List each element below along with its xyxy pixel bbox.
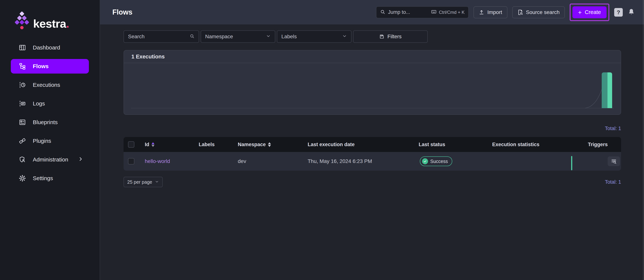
sidebar-item-label: Plugins bbox=[33, 138, 51, 144]
settings-icon bbox=[18, 174, 26, 182]
sort-icon[interactable] bbox=[152, 142, 154, 147]
search-icon bbox=[190, 34, 194, 39]
main-area: Flows Jump to... Ctrl/Cmd + K Import bbox=[100, 0, 644, 280]
keyboard-icon bbox=[431, 9, 436, 16]
kestra-logo[interactable]: kestra. bbox=[0, 0, 100, 40]
sidebar: kestra. Dashboard Flows Executions Logs bbox=[0, 0, 100, 280]
jump-to-placeholder: Jump to... bbox=[388, 9, 410, 15]
row-checkbox[interactable] bbox=[128, 158, 134, 165]
sidebar-item-dashboard[interactable]: Dashboard bbox=[11, 40, 89, 55]
labels-select[interactable]: Labels bbox=[277, 30, 352, 43]
executions-count-title: 1 Executions bbox=[131, 54, 165, 60]
save-icon bbox=[379, 34, 384, 39]
chevron-down-icon bbox=[266, 34, 271, 40]
file-search-icon bbox=[518, 10, 523, 15]
column-header-id[interactable]: Id bbox=[139, 142, 191, 148]
sidebar-item-label: Dashboard bbox=[33, 44, 60, 51]
namespace-select[interactable]: Namespace bbox=[201, 30, 275, 43]
row-id-cell: hello-world bbox=[139, 158, 191, 164]
column-header-last-execution-date: Last execution date bbox=[302, 142, 407, 148]
executions-icon bbox=[18, 81, 26, 89]
executions-panel-header: 1 Executions bbox=[124, 50, 621, 63]
sidebar-nav: Dashboard Flows Executions Logs Blueprin… bbox=[0, 40, 100, 190]
filters-button[interactable]: Filters bbox=[353, 30, 428, 43]
administration-icon bbox=[18, 156, 26, 164]
row-status-cell: Success bbox=[407, 157, 457, 166]
notifications-bell-icon[interactable] bbox=[628, 8, 635, 17]
header-checkbox-cell bbox=[124, 141, 139, 148]
sidebar-item-logs[interactable]: Logs bbox=[11, 96, 89, 111]
search-filter bbox=[124, 30, 199, 43]
search-input[interactable] bbox=[128, 34, 190, 40]
scrollbar[interactable] bbox=[643, 0, 644, 280]
column-header-execution-statistics: Execution statistics bbox=[457, 142, 574, 148]
chevron-down-icon bbox=[155, 179, 159, 185]
sidebar-item-label: Logs bbox=[33, 100, 45, 107]
chevron-right-icon bbox=[78, 156, 84, 163]
sidebar-item-label: Executions bbox=[33, 82, 60, 88]
row-checkbox-cell bbox=[124, 158, 139, 165]
status-badge: Success bbox=[420, 157, 452, 166]
brand-name: kestra. bbox=[33, 18, 69, 30]
column-header-namespace[interactable]: Namespace bbox=[222, 142, 302, 148]
sidebar-item-plugins[interactable]: Plugins bbox=[11, 134, 89, 148]
sidebar-item-blueprints[interactable]: Blueprints bbox=[11, 115, 89, 129]
logs-icon bbox=[18, 99, 26, 108]
executions-panel: 1 Executions bbox=[124, 50, 621, 115]
create-button[interactable]: + Create bbox=[572, 6, 606, 18]
table-row[interactable]: hello-world dev Thu, May 16, 2024 6:23 P… bbox=[124, 152, 621, 171]
page-title: Flows bbox=[112, 8, 132, 16]
sidebar-item-label: Administration bbox=[33, 157, 68, 163]
sidebar-item-administration[interactable]: Administration bbox=[11, 152, 89, 167]
sort-icon[interactable] bbox=[268, 142, 271, 147]
plugins-icon bbox=[18, 137, 26, 145]
topbar: Flows Jump to... Ctrl/Cmd + K Import bbox=[100, 0, 644, 25]
table-total-bottom: Total: 1 bbox=[605, 179, 621, 185]
execution-statistics-bar bbox=[571, 156, 572, 170]
success-check-icon bbox=[422, 158, 428, 164]
flows-table: Id Labels Namespace bbox=[124, 137, 621, 171]
column-header-triggers: Triggers bbox=[574, 142, 621, 148]
row-execution-statistics-cell[interactable] bbox=[457, 152, 574, 171]
chevron-down-icon bbox=[342, 34, 347, 40]
plus-icon: + bbox=[578, 9, 582, 16]
source-search-button[interactable]: Source search bbox=[512, 6, 565, 18]
row-last-execution-date-cell: Thu, May 16, 2024 6:23 PM bbox=[302, 158, 407, 164]
jump-to-search[interactable]: Jump to... Ctrl/Cmd + K bbox=[376, 6, 469, 18]
trigger-list-button[interactable] bbox=[608, 157, 620, 166]
sidebar-item-label: Blueprints bbox=[33, 119, 58, 125]
topbar-actions: Jump to... Ctrl/Cmd + K Import Source se… bbox=[376, 4, 635, 21]
row-namespace-cell: dev bbox=[222, 158, 302, 164]
table-total-top: Total: 1 bbox=[124, 126, 621, 131]
list-search-icon bbox=[611, 158, 617, 164]
content: Namespace Labels Filters 1 Executions bbox=[100, 25, 644, 280]
row-triggers-cell bbox=[574, 157, 621, 166]
per-page-select[interactable]: 25 per page bbox=[124, 177, 163, 187]
filter-row: Namespace Labels Filters bbox=[124, 30, 621, 43]
column-header-last-status: Last status bbox=[407, 142, 457, 148]
upload-icon bbox=[479, 10, 484, 15]
search-icon bbox=[380, 9, 385, 15]
flow-link[interactable]: hello-world bbox=[145, 158, 170, 164]
create-annotation-highlight: + Create bbox=[570, 4, 609, 21]
column-header-labels: Labels bbox=[191, 142, 222, 148]
help-button[interactable]: ? bbox=[614, 8, 623, 17]
sidebar-item-label: Flows bbox=[33, 63, 49, 69]
select-all-checkbox[interactable] bbox=[128, 141, 134, 148]
keyboard-shortcut: Ctrl/Cmd + K bbox=[431, 9, 464, 16]
table-footer: 25 per page Total: 1 bbox=[124, 177, 621, 187]
blueprints-icon bbox=[18, 118, 26, 126]
sidebar-item-label: Settings bbox=[33, 175, 53, 181]
import-button[interactable]: Import bbox=[474, 6, 507, 18]
executions-chart-svg bbox=[124, 63, 621, 114]
dashboard-icon bbox=[18, 44, 26, 52]
flows-icon bbox=[18, 62, 26, 70]
kestra-logo-icon bbox=[14, 12, 29, 30]
table-header-row: Id Labels Namespace bbox=[124, 137, 621, 152]
executions-bar-chart[interactable] bbox=[124, 63, 621, 114]
sidebar-item-settings[interactable]: Settings bbox=[11, 171, 89, 186]
sidebar-item-executions[interactable]: Executions bbox=[11, 78, 89, 92]
sidebar-item-flows[interactable]: Flows bbox=[11, 59, 89, 74]
